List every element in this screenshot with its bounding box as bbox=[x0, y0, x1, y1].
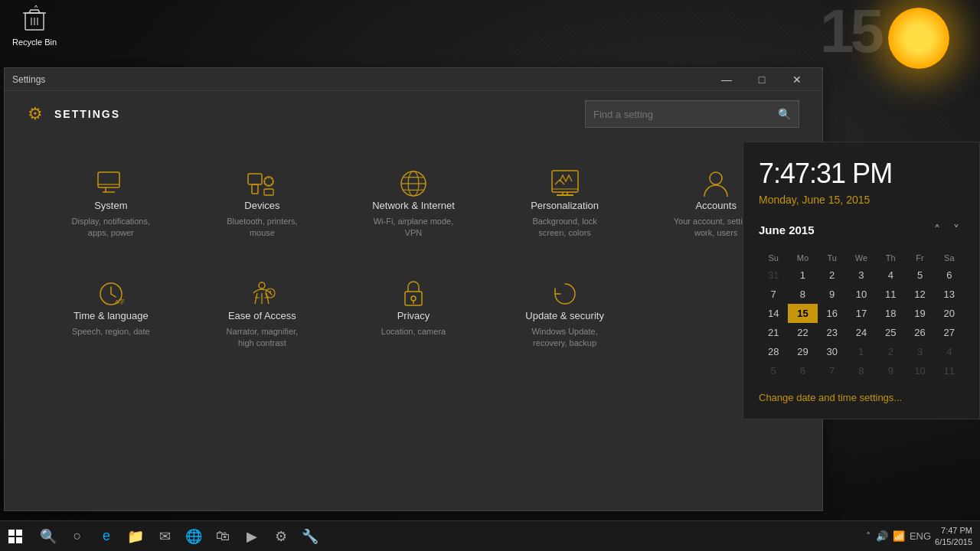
calendar-day[interactable]: 6 bbox=[935, 266, 964, 285]
calendar-day[interactable]: 2 bbox=[876, 342, 905, 361]
taskbar-search-icon[interactable]: 🔍 bbox=[34, 523, 62, 550]
calendar-day[interactable]: 1 bbox=[788, 266, 817, 285]
calendar-day[interactable]: 6 bbox=[788, 361, 817, 380]
svg-rect-4 bbox=[252, 184, 258, 194]
taskbar-mail-icon[interactable]: ✉ bbox=[151, 523, 178, 550]
taskbar-cortana-icon[interactable]: ○ bbox=[64, 523, 91, 550]
settings-title-area: ⚙ SETTINGS bbox=[28, 104, 120, 124]
calendar-day[interactable]: 30 bbox=[818, 342, 847, 361]
change-datetime-link[interactable]: Change date and time settings... bbox=[759, 392, 964, 403]
calendar-day[interactable]: 7 bbox=[818, 361, 847, 380]
calendar-day[interactable]: 27 bbox=[935, 323, 964, 342]
svg-rect-19 bbox=[8, 530, 15, 536]
taskbar-media-icon[interactable]: ▶ bbox=[238, 523, 266, 550]
calendar-nav: ˄ ˅ bbox=[929, 221, 964, 239]
calendar-day[interactable]: 25 bbox=[876, 323, 905, 342]
calendar-day[interactable]: 2 bbox=[818, 266, 847, 285]
system-name: System bbox=[94, 200, 127, 211]
calendar-day[interactable]: 16 bbox=[818, 304, 847, 323]
tray-lang[interactable]: ENG bbox=[910, 530, 931, 542]
svg-point-17 bbox=[411, 296, 416, 301]
calendar-day[interactable]: 7 bbox=[759, 285, 788, 304]
taskbar-extra-icon[interactable]: 🔧 bbox=[296, 523, 324, 550]
calendar-day[interactable]: 17 bbox=[847, 304, 876, 323]
close-button[interactable]: ✕ bbox=[779, 68, 815, 91]
time-name: Time & language bbox=[74, 310, 149, 321]
calendar-day[interactable]: 19 bbox=[905, 304, 934, 323]
devices-desc: Bluetooth, printers,mouse bbox=[227, 216, 297, 240]
settings-item-time[interactable]: A字 Time & language Speech, region, date bbox=[35, 262, 187, 365]
recycle-bin-icon[interactable]: Recycle Bin bbox=[8, 4, 61, 47]
settings-item-ease[interactable]: Ease of Access Narrator, magnifier,high … bbox=[187, 262, 338, 365]
calendar-day[interactable]: 29 bbox=[788, 342, 817, 361]
start-button[interactable] bbox=[0, 521, 31, 552]
calendar-day[interactable]: 5 bbox=[759, 361, 788, 380]
search-box[interactable]: 🔍 bbox=[585, 100, 799, 128]
calendar-header: June 2015 ˄ ˅ bbox=[759, 221, 964, 239]
settings-item-devices[interactable]: Devices Bluetooth, printers,mouse bbox=[187, 152, 338, 255]
system-desc: Display, notifications,apps, power bbox=[72, 216, 151, 240]
calendar-day[interactable]: 22 bbox=[788, 323, 817, 342]
settings-grid: System Display, notifications,apps, powe… bbox=[5, 137, 822, 380]
taskbar-icons: 🔍 ○ e 📁 ✉ 🌐 🛍 ▶ ⚙ 🔧 bbox=[31, 523, 328, 550]
settings-item-network[interactable]: Network & Internet Wi-Fi, airplane mode,… bbox=[338, 152, 489, 255]
calendar-day[interactable]: 31 bbox=[759, 266, 788, 285]
calendar-day[interactable]: 20 bbox=[935, 304, 964, 323]
taskbar-ie-icon[interactable]: e bbox=[93, 523, 120, 550]
calendar-day[interactable]: 10 bbox=[847, 285, 876, 304]
calendar-day[interactable]: 9 bbox=[818, 285, 847, 304]
calendar-day[interactable]: 3 bbox=[847, 266, 876, 285]
calendar-grid: Su Mo Tu We Th Fr Sa 3112345678910111213… bbox=[759, 250, 964, 380]
calendar-day[interactable]: 1 bbox=[847, 342, 876, 361]
calendar-day[interactable]: 8 bbox=[847, 361, 876, 380]
settings-header: ⚙ SETTINGS 🔍 bbox=[5, 91, 822, 137]
taskbar-store-icon[interactable]: 🛍 bbox=[209, 523, 237, 550]
day-header-mo: Mo bbox=[788, 250, 817, 266]
tray-volume[interactable]: 🔊 bbox=[876, 530, 888, 542]
calendar-day[interactable]: 11 bbox=[935, 361, 964, 380]
calendar-day[interactable]: 11 bbox=[876, 285, 905, 304]
settings-item-system[interactable]: System Display, notifications,apps, powe… bbox=[35, 152, 187, 255]
day-header-tu: Tu bbox=[818, 250, 847, 266]
calendar-prev-button[interactable]: ˄ bbox=[929, 221, 945, 239]
desktop: 15 Recycle Bin Settings — □ ✕ ⚙ bbox=[0, 0, 980, 551]
calendar-next-button[interactable]: ˅ bbox=[949, 221, 964, 239]
update-name: Update & security bbox=[525, 310, 604, 321]
search-icon: 🔍 bbox=[778, 108, 791, 120]
search-input[interactable] bbox=[593, 109, 778, 120]
calendar-day[interactable]: 18 bbox=[876, 304, 905, 323]
tray-arrow[interactable]: ˄ bbox=[866, 530, 871, 542]
taskbar-folder-icon[interactable]: 📁 bbox=[122, 523, 149, 550]
tray-network[interactable]: 📶 bbox=[893, 530, 905, 542]
calendar-day[interactable]: 14 bbox=[759, 304, 788, 323]
calendar-day[interactable]: 21 bbox=[759, 323, 788, 342]
calendar-day[interactable]: 15 bbox=[788, 304, 817, 323]
calendar-day[interactable]: 23 bbox=[818, 323, 847, 342]
calendar-month: June 2015 bbox=[759, 223, 815, 236]
calendar-day[interactable]: 3 bbox=[905, 342, 934, 361]
calendar-day[interactable]: 13 bbox=[935, 285, 964, 304]
taskbar-date: 6/15/2015 bbox=[935, 536, 972, 547]
settings-item-privacy[interactable]: Privacy Location, camera bbox=[338, 262, 489, 365]
settings-item-personalization[interactable]: Personalization Background, lockscreen, … bbox=[489, 152, 641, 255]
calendar-day[interactable]: 26 bbox=[905, 323, 934, 342]
calendar-day[interactable]: 24 bbox=[847, 323, 876, 342]
taskbar-browser-icon[interactable]: 🌐 bbox=[180, 523, 207, 550]
calendar-day[interactable]: 9 bbox=[876, 361, 905, 380]
calendar-day[interactable]: 4 bbox=[935, 342, 964, 361]
svg-rect-1 bbox=[98, 172, 119, 187]
settings-item-update[interactable]: Update & security Windows Update,recover… bbox=[489, 262, 641, 365]
settings-window: Settings — □ ✕ ⚙ SETTINGS 🔍 bbox=[4, 67, 823, 511]
calendar-day[interactable]: 10 bbox=[905, 361, 934, 380]
calendar-day[interactable]: 28 bbox=[759, 342, 788, 361]
taskbar-time-display[interactable]: 7:47 PM 6/15/2015 bbox=[935, 525, 972, 547]
minimize-button[interactable]: — bbox=[709, 68, 744, 91]
calendar-day[interactable]: 8 bbox=[788, 285, 817, 304]
window-titlebar: Settings — □ ✕ bbox=[5, 68, 822, 91]
clock-time: 7:47:31 PM bbox=[759, 158, 964, 190]
calendar-day[interactable]: 12 bbox=[905, 285, 934, 304]
calendar-day[interactable]: 5 bbox=[905, 266, 934, 285]
maximize-button[interactable]: □ bbox=[744, 68, 779, 91]
calendar-day[interactable]: 4 bbox=[876, 266, 905, 285]
taskbar-settings-taskbar-icon[interactable]: ⚙ bbox=[267, 523, 295, 550]
